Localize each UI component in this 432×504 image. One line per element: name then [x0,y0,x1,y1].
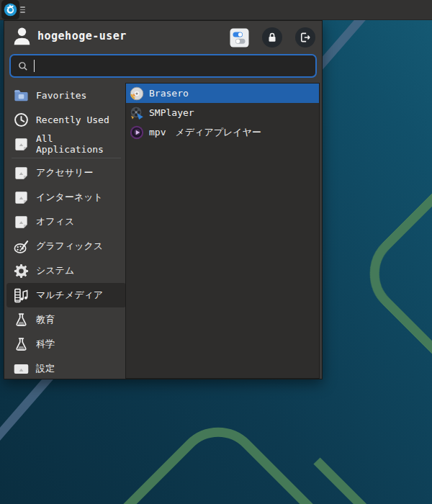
all-settings-button[interactable] [230,28,249,48]
display-icon [13,361,30,377]
category-label: インターネット [36,191,103,204]
whisker-menu-popup: hogehoge-user [4,20,323,379]
category-label: グラフィックス [36,240,103,253]
sidebar-category-5[interactable]: インターネット [6,185,126,210]
wallpaper-green-diamond-bottom [0,415,432,504]
list-icon [20,6,25,8]
top-panel [0,0,432,20]
application-list: BraseroSMPlayermpv メディアプレイヤー [125,83,320,379]
sidebar-category-6[interactable]: オフィス [6,210,126,234]
favorites-folder-icon [13,87,30,104]
app-label: SMPlayer [149,107,194,118]
app-item-2[interactable]: mpv メディアプレイヤー [126,122,319,142]
whisker-menu-button[interactable] [1,0,19,19]
sidebar-category-12[interactable]: 設定 [6,356,126,379]
sidebar-category-9[interactable]: マルチメディア [6,283,126,307]
document-icon [13,214,30,230]
sidebar-category-8[interactable]: システム [6,258,126,283]
sidebar-category-2[interactable]: All Applications [6,132,126,156]
xubuntu-logo-icon [3,2,18,17]
sidebar-category-11[interactable]: 科学 [6,332,126,356]
sidebar-category-4[interactable]: アクセサリー [6,161,126,185]
category-label: Favorites [36,90,86,101]
clock-icon [13,112,30,128]
category-label: 設定 [36,362,55,375]
category-separator [12,158,121,158]
sidebar-category-7[interactable]: グラフィックス [6,234,126,258]
app-label: mpv メディアプレイヤー [149,126,261,139]
document-icon [13,136,30,153]
palette-icon [13,238,30,255]
logout-icon [299,31,312,44]
log-out-button[interactable] [295,27,315,48]
brasero-icon [129,86,145,102]
panel-list-button[interactable] [20,4,27,15]
category-label: All Applications [36,133,126,155]
sidebar-category-10[interactable]: 教育 [6,307,126,332]
wallpaper-green-edge-corner [317,461,369,504]
app-label: Brasero [149,88,189,99]
film-note-icon [13,287,30,304]
user-name: hogehoge-user [37,30,127,42]
category-label: 教育 [36,313,55,326]
lock-screen-button[interactable] [262,27,282,48]
document-icon [13,165,30,181]
category-label: システム [36,264,74,277]
flask-icon [13,336,30,353]
wallpaper-green-diamond-right [358,0,432,504]
menu-header: hogehoge-user [4,21,322,54]
category-label: 科学 [36,338,55,351]
gear-icon [13,263,30,279]
search-input[interactable] [9,54,317,78]
user-avatar-icon [11,25,33,48]
category-label: Recently Used [36,114,109,125]
smplayer-icon [129,105,145,121]
category-label: オフィス [36,215,74,228]
sidebar-category-1[interactable]: Recently Used [6,107,126,132]
app-item-1[interactable]: SMPlayer [126,103,319,122]
settings-toggles-icon [230,28,249,48]
search-icon [17,60,29,72]
category-label: アクセサリー [36,166,94,179]
sidebar-category-0[interactable]: Favorites [6,83,126,107]
category-sidebar: FavoritesRecently UsedAll Applicationsアク… [6,83,126,379]
text-cursor [34,60,35,72]
mpv-icon [129,125,145,140]
lock-icon [266,31,279,44]
app-item-0[interactable]: Brasero [126,84,319,103]
category-label: マルチメディア [36,289,103,302]
flask-icon [13,312,30,328]
document-icon [13,189,30,206]
